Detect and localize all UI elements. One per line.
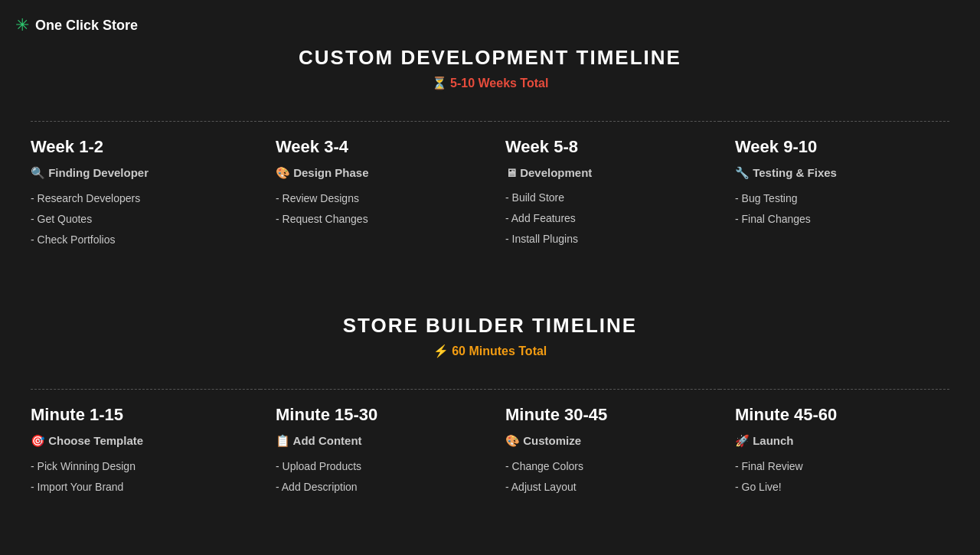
custom-development-section: CUSTOM DEVELOPMENT TIMELINE ⏳ 5-10 Weeks… (31, 46, 949, 268)
phase-item-2-2: - Install Plugins (505, 231, 704, 247)
timeline-col-3: Minute 45-60🚀 Launch- Final Review- Go L… (720, 389, 949, 515)
phase-items-0: - Pick Winning Design- Import Your Brand (31, 459, 245, 495)
custom-timeline-grid: Week 1-2🔍 Finding Developer- Research De… (31, 121, 949, 268)
phase-items-1: - Review Designs- Request Changes (276, 191, 475, 227)
week-label-2: Minute 30-45 (505, 405, 704, 425)
week-label-3: Minute 45-60 (735, 405, 934, 425)
phase-items-1: - Upload Products- Add Description (276, 459, 475, 495)
phase-item-1-0: - Upload Products (276, 459, 475, 475)
phase-items-0: - Research Developers- Get Quotes- Check… (31, 191, 245, 248)
phase-heading-0: 🎯 Choose Template (31, 434, 245, 448)
phase-item-0-0: - Pick Winning Design (31, 459, 245, 475)
week-label-1: Minute 15-30 (276, 405, 475, 425)
phase-item-1-1: - Request Changes (276, 211, 475, 227)
phase-item-3-0: - Bug Testing (735, 191, 934, 207)
phase-item-0-2: - Check Portfolios (31, 232, 245, 248)
week-label-0: Week 1-2 (31, 137, 245, 157)
timeline-col-2: Week 5-8🖥 Development- Build Store- Add … (490, 121, 720, 268)
phase-item-1-0: - Review Designs (276, 191, 475, 207)
logo-text: One Click Store (35, 18, 138, 34)
custom-timeline-icon: ⏳ (432, 77, 447, 90)
phase-item-3-0: - Final Review (735, 459, 934, 475)
custom-timeline-subtitle: ⏳ 5-10 Weeks Total (31, 76, 949, 90)
logo: ✳ One Click Store (15, 15, 138, 35)
phase-item-2-0: - Build Store (505, 190, 704, 206)
phase-items-3: - Bug Testing- Final Changes (735, 191, 934, 227)
week-label-0: Minute 1-15 (31, 405, 245, 425)
timeline-col-0: Week 1-2🔍 Finding Developer- Research De… (31, 121, 260, 268)
phase-items-2: - Change Colors- Adjust Layout (505, 459, 704, 495)
phase-heading-1: 📋 Add Content (276, 434, 475, 448)
phase-item-2-1: - Add Features (505, 211, 704, 227)
phase-heading-3: 🚀 Launch (735, 434, 934, 448)
custom-timeline-duration: 5-10 Weeks Total (450, 77, 548, 90)
timeline-col-3: Week 9-10🔧 Testing & Fixes- Bug Testing-… (720, 121, 949, 268)
store-timeline-icon: ⚡ (433, 344, 449, 357)
phase-heading-1: 🎨 Design Phase (276, 166, 475, 180)
store-builder-section: STORE BUILDER TIMELINE ⚡ 60 Minutes Tota… (31, 314, 949, 515)
phase-item-2-1: - Adjust Layout (505, 479, 704, 495)
phase-item-1-1: - Add Description (276, 479, 475, 495)
timeline-col-0: Minute 1-15🎯 Choose Template- Pick Winni… (31, 389, 260, 515)
store-timeline-title: STORE BUILDER TIMELINE (31, 314, 949, 338)
custom-timeline-title: CUSTOM DEVELOPMENT TIMELINE (31, 46, 949, 70)
phase-item-0-1: - Get Quotes (31, 211, 245, 227)
timeline-col-1: Minute 15-30📋 Add Content- Upload Produc… (260, 389, 490, 515)
timeline-col-1: Week 3-4🎨 Design Phase- Review Designs- … (260, 121, 490, 268)
store-timeline-duration: 60 Minutes Total (452, 344, 547, 357)
phase-heading-3: 🔧 Testing & Fixes (735, 166, 934, 180)
phase-heading-2: 🖥 Development (505, 166, 704, 179)
store-timeline-subtitle: ⚡ 60 Minutes Total (31, 344, 949, 358)
phase-item-0-0: - Research Developers (31, 191, 245, 207)
timeline-col-2: Minute 30-45🎨 Customize- Change Colors- … (490, 389, 720, 515)
phase-item-3-1: - Final Changes (735, 211, 934, 227)
week-label-1: Week 3-4 (276, 137, 475, 157)
logo-icon: ✳ (15, 15, 29, 35)
phase-items-3: - Final Review- Go Live! (735, 459, 934, 495)
phase-item-3-1: - Go Live! (735, 479, 934, 495)
week-label-2: Week 5-8 (505, 137, 704, 157)
phase-item-0-1: - Import Your Brand (31, 479, 245, 495)
phase-items-2: - Build Store- Add Features- Install Plu… (505, 190, 704, 247)
store-timeline-grid: Minute 1-15🎯 Choose Template- Pick Winni… (31, 389, 949, 515)
phase-item-2-0: - Change Colors (505, 459, 704, 475)
phase-heading-0: 🔍 Finding Developer (31, 166, 245, 180)
phase-heading-2: 🎨 Customize (505, 434, 704, 448)
week-label-3: Week 9-10 (735, 137, 934, 157)
main-content: CUSTOM DEVELOPMENT TIMELINE ⏳ 5-10 Weeks… (0, 0, 980, 555)
